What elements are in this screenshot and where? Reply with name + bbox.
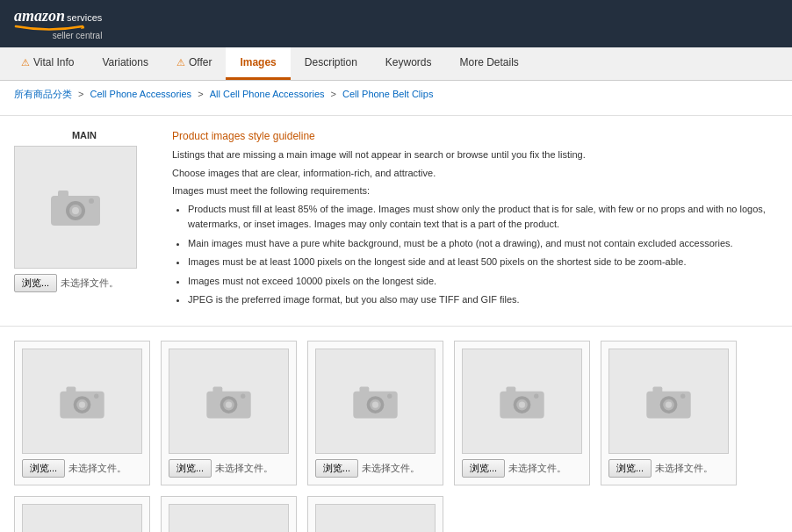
file-input-row-4: 浏览... 未选择文件。 bbox=[608, 459, 729, 478]
no-file-text-1: 未选择文件。 bbox=[215, 462, 273, 475]
camera-icon-3 bbox=[498, 382, 546, 421]
seller-central-text: seller central bbox=[14, 31, 102, 40]
additional-images-section: 浏览... 未选择文件。 浏览... 未选择文件。 bbox=[0, 334, 792, 532]
breadcrumb-cell-phone-accessories[interactable]: Cell Phone Accessories bbox=[90, 89, 192, 99]
image-card-4: 浏览... 未选择文件。 bbox=[601, 341, 737, 485]
tab-more-details[interactable]: More Details bbox=[446, 47, 533, 80]
camera-icon-1 bbox=[205, 382, 253, 421]
image-placeholder-2 bbox=[315, 349, 436, 454]
browse-button-4[interactable]: 浏览... bbox=[608, 459, 652, 478]
tab-keywords[interactable]: Keywords bbox=[371, 47, 446, 80]
tab-vital-info[interactable]: Vital Info bbox=[7, 47, 88, 80]
tab-bar: Vital Info Variations Offer Images Descr… bbox=[0, 47, 792, 81]
file-input-row-1: 浏览... 未选择文件。 bbox=[169, 459, 289, 478]
camera-icon-0 bbox=[58, 382, 106, 421]
tab-variations-label: Variations bbox=[102, 56, 148, 68]
image-card-6: 浏览... 未选择文件。 bbox=[161, 496, 297, 532]
guideline-bullet-4: Images must not exceed 10000 pixels on t… bbox=[188, 274, 778, 290]
tab-variations[interactable]: Variations bbox=[88, 47, 162, 80]
svg-point-10 bbox=[79, 401, 85, 407]
guideline-bullet-1: Products must fill at least 85% of the i… bbox=[188, 202, 778, 233]
tab-more-details-label: More Details bbox=[460, 56, 519, 68]
guideline-bullet-5: JPEG is the preferred image format, but … bbox=[188, 292, 778, 308]
image-placeholder-5 bbox=[22, 504, 142, 532]
tab-vital-info-label: Vital Info bbox=[33, 56, 74, 68]
image-card-3: 浏览... 未选择文件。 bbox=[454, 341, 590, 485]
tab-description[interactable]: Description bbox=[291, 47, 371, 80]
tab-offer-label: Offer bbox=[189, 56, 212, 68]
svg-point-34 bbox=[666, 401, 672, 407]
svg-rect-35 bbox=[653, 386, 663, 392]
camera-icon-2 bbox=[351, 382, 400, 421]
tab-keywords-label: Keywords bbox=[385, 56, 432, 68]
no-file-text-3: 未选择文件。 bbox=[508, 462, 566, 475]
svg-point-22 bbox=[372, 401, 378, 407]
image-grid: 浏览... 未选择文件。 浏览... 未选择文件。 bbox=[14, 341, 778, 532]
tab-offer[interactable]: Offer bbox=[162, 47, 226, 80]
no-file-text-2: 未选择文件。 bbox=[362, 462, 420, 475]
browse-button-1[interactable]: 浏览... bbox=[169, 459, 212, 478]
guideline-link[interactable]: Product images style guideline bbox=[172, 130, 778, 142]
main-content: MAIN 浏览... 未选择文件。 Product images style g… bbox=[0, 123, 792, 319]
image-card-5: 浏览... 未选择文件。 bbox=[14, 496, 150, 532]
guidelines-section: Product images style guideline Listings … bbox=[172, 130, 778, 312]
image-card-1: 浏览... 未选择文件。 bbox=[161, 341, 297, 485]
svg-rect-11 bbox=[67, 386, 76, 392]
no-file-text-0: 未选择文件。 bbox=[68, 462, 126, 475]
file-input-row-3: 浏览... 未选择文件。 bbox=[462, 459, 582, 478]
main-image-placeholder bbox=[14, 146, 137, 269]
main-file-input-row: 浏览... 未选择文件。 bbox=[14, 274, 155, 292]
svg-point-18 bbox=[241, 393, 245, 398]
amazon-logo: amazon services seller central bbox=[14, 7, 102, 40]
main-section-label: MAIN bbox=[14, 130, 155, 140]
image-card-0: 浏览... 未选择文件。 bbox=[14, 341, 150, 485]
svg-point-4 bbox=[72, 207, 79, 214]
camera-icon bbox=[49, 185, 102, 229]
breadcrumb-root[interactable]: 所有商品分类 bbox=[14, 89, 72, 99]
file-input-row-2: 浏览... 未选择文件。 bbox=[315, 459, 436, 478]
no-file-text-4: 未选择文件。 bbox=[655, 462, 713, 475]
services-text: services bbox=[67, 12, 102, 23]
guideline-bullet-2: Main images must have a pure white backg… bbox=[188, 236, 778, 252]
image-placeholder-6 bbox=[169, 504, 289, 532]
file-input-row-0: 浏览... 未选择文件。 bbox=[22, 459, 142, 478]
image-placeholder-0 bbox=[22, 349, 142, 454]
main-image-section: MAIN 浏览... 未选择文件。 bbox=[14, 130, 155, 312]
image-placeholder-3 bbox=[462, 349, 582, 454]
header: amazon services seller central bbox=[0, 0, 792, 47]
camera-icon-4 bbox=[644, 382, 693, 421]
browse-button-2[interactable]: 浏览... bbox=[315, 459, 358, 478]
tab-description-label: Description bbox=[305, 56, 357, 68]
tab-images[interactable]: Images bbox=[226, 47, 290, 80]
svg-rect-5 bbox=[58, 191, 68, 198]
svg-point-28 bbox=[519, 401, 525, 407]
breadcrumb-all-cell-phone-accessories[interactable]: All Cell Phone Accessories bbox=[210, 89, 325, 99]
svg-point-6 bbox=[89, 198, 94, 204]
svg-point-12 bbox=[94, 393, 98, 398]
image-placeholder-7 bbox=[315, 504, 436, 532]
image-card-2: 浏览... 未选择文件。 bbox=[307, 341, 443, 485]
browse-button-3[interactable]: 浏览... bbox=[462, 459, 505, 478]
breadcrumb-cell-phone-belt-clips[interactable]: Cell Phone Belt Clips bbox=[342, 89, 433, 99]
guideline-para2: Choose images that are clear, informatio… bbox=[172, 166, 778, 181]
svg-rect-23 bbox=[360, 386, 370, 392]
image-placeholder-4 bbox=[608, 349, 729, 454]
amazon-logo-text: amazon bbox=[14, 7, 65, 25]
breadcrumb: 所有商品分类 > Cell Phone Accessories > All Ce… bbox=[0, 81, 792, 108]
svg-rect-17 bbox=[213, 386, 223, 392]
main-no-file-text: 未选择文件。 bbox=[61, 277, 119, 290]
main-browse-button[interactable]: 浏览... bbox=[14, 274, 57, 292]
amazon-arrow-icon bbox=[14, 24, 84, 31]
guideline-bullet-3: Images must be at least 1000 pixels on t… bbox=[188, 255, 778, 270]
guideline-bullets: Products must fill at least 85% of the i… bbox=[188, 202, 778, 309]
tab-images-label: Images bbox=[240, 56, 276, 68]
image-card-7: 浏览... 未选择文件。 bbox=[307, 496, 443, 532]
guideline-para3: Images must meet the following requireme… bbox=[172, 183, 778, 198]
guideline-para1: Listings that are missing a main image w… bbox=[172, 147, 778, 162]
svg-rect-29 bbox=[507, 386, 516, 392]
browse-button-0[interactable]: 浏览... bbox=[22, 459, 65, 478]
svg-point-24 bbox=[387, 393, 392, 398]
svg-point-30 bbox=[534, 393, 538, 398]
svg-point-36 bbox=[680, 393, 685, 398]
image-placeholder-1 bbox=[169, 349, 289, 454]
